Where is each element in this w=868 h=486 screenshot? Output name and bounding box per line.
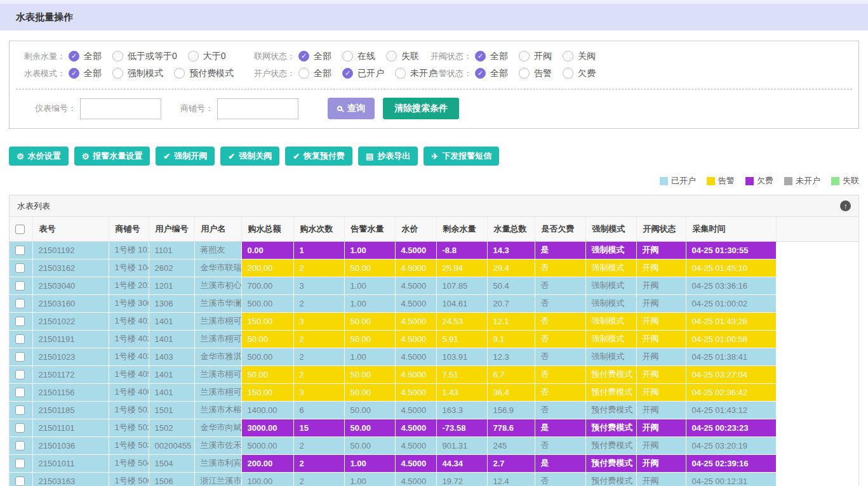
divider <box>16 89 852 89</box>
cell-shop-no: 1号楼 402 <box>109 330 149 348</box>
force-open-valve-button[interactable]: ✔强制开阀 <box>156 147 215 166</box>
row-checkbox[interactable] <box>15 281 25 291</box>
row-checkbox[interactable] <box>15 476 25 486</box>
cell-user-no: 1201 <box>149 277 194 294</box>
force-close-valve-button[interactable]: ✔强制关阀 <box>220 147 279 166</box>
radio-alarm-status-option-1[interactable]: 告警 <box>519 68 552 79</box>
cell-user-name: 金华市联瑞工贸 <box>194 259 241 277</box>
cell-collect-time: 04-25 01:00:58 <box>686 330 776 348</box>
meter-reading-export-button[interactable]: ▤抄表导出 <box>358 147 418 166</box>
cell-price: 4.5000 <box>395 348 436 365</box>
collapse-up-icon[interactable]: ↑ <box>840 200 851 211</box>
cell-price: 4.5000 <box>395 437 436 454</box>
cell-meter-no: 21503163 <box>32 472 109 486</box>
radio-remaining-volume-option-0[interactable]: ✓全部 <box>69 51 102 62</box>
cell-buy-count: 2 <box>293 348 344 365</box>
cell-mode: 强制模式 <box>585 294 636 312</box>
tool-button-label: 恢复预付费 <box>304 150 345 162</box>
cell-collect-time: 04-25 03:20:19 <box>686 437 776 454</box>
table-row: 215010221号楼 4011401兰溪市栩可锦150.00350.004.5… <box>10 312 858 330</box>
cell-valve: 开阀 <box>636 454 686 472</box>
radio-valve-status-option-2[interactable]: 关阀 <box>563 51 596 62</box>
cell-mode: 预付费模式 <box>585 472 636 486</box>
radio-network-status-option-1[interactable]: 在线 <box>342 51 375 62</box>
cell-user-name: 兰溪市初心饭店 <box>194 277 241 294</box>
row-checkbox[interactable] <box>15 388 25 397</box>
table-row: 215010361号楼 50300200455兰溪市佐禾饭店5000.00250… <box>10 437 858 454</box>
row-checkbox[interactable] <box>15 334 25 344</box>
cell-volume-total: 12.1 <box>487 312 535 330</box>
radio-meter-mode-option-0[interactable]: ✓全部 <box>69 68 102 79</box>
cell-buy-total: 3000.00 <box>241 419 293 437</box>
radio-remaining-volume-option-2[interactable]: 大于0 <box>188 51 226 62</box>
legend-swatch-not-opened <box>784 177 792 185</box>
column-header: 购水次数 <box>293 217 344 241</box>
row-checkbox[interactable] <box>15 246 25 255</box>
cell-mode: 强制模式 <box>585 277 636 294</box>
radio-valve-status-option-1[interactable]: 开阀 <box>519 51 552 62</box>
radio-checked-icon: ✓ <box>475 51 486 62</box>
radio-remaining-volume-option-1[interactable]: 低于或等于0 <box>112 51 177 62</box>
cell-meter-no: 21501036 <box>32 437 109 454</box>
row-checkbox[interactable] <box>15 405 25 415</box>
blank-cell <box>776 277 858 294</box>
clear-search-button[interactable]: 清除搜索条件 <box>383 98 459 119</box>
radio-meter-mode-option-2[interactable]: 预付费模式 <box>174 68 234 79</box>
page-header: 水表批量操作 <box>0 4 868 30</box>
cell-arrears: 否 <box>535 259 585 277</box>
cell-buy-total: 150.00 <box>241 312 293 330</box>
cell-meter-no: 21503162 <box>32 259 109 277</box>
cell-arrears: 否 <box>535 312 585 330</box>
blank-column-header <box>776 217 858 241</box>
row-checkbox[interactable] <box>15 459 25 468</box>
column-header: 用户名 <box>194 217 241 241</box>
radio-account-status-option-1[interactable]: ✓已开户 <box>342 68 384 79</box>
blank-cell <box>776 330 858 348</box>
query-button[interactable]: 查询 <box>328 98 375 119</box>
cell-mode: 预付费模式 <box>585 437 636 454</box>
select-all-checkbox[interactable] <box>15 225 25 234</box>
cell-remaining: 103.91 <box>436 348 487 365</box>
row-checkbox[interactable] <box>15 370 25 379</box>
search-icon <box>337 106 342 111</box>
alarm-volume-settings-button[interactable]: ⚙报警水量设置 <box>74 147 150 166</box>
restore-prepaid-button[interactable]: ✔恢复预付费 <box>285 147 352 166</box>
check-icon: ✔ <box>163 152 170 161</box>
cell-shop-no: 1号楼 104 <box>109 259 149 277</box>
cell-alarm-volume: 1.00 <box>344 241 395 259</box>
radio-unchecked-icon <box>519 68 530 79</box>
cell-price: 4.5000 <box>395 454 436 472</box>
radio-network-status-option-0[interactable]: ✓全部 <box>298 51 331 62</box>
radio-option-label: 失联 <box>401 51 419 62</box>
row-checkbox[interactable] <box>15 352 25 362</box>
filter-panel: 剩余水量：✓全部低于或等于0大于0联网状态：✓全部在线失联开阀状态：✓全部开阀关… <box>9 41 859 129</box>
legend-item-alarm: 告警 <box>707 175 735 187</box>
row-checkbox[interactable] <box>15 441 25 450</box>
cell-arrears: 否 <box>535 472 585 486</box>
radio-network-status-option-2[interactable]: 失联 <box>386 51 419 62</box>
radio-meter-mode-option-1[interactable]: 强制模式 <box>112 68 163 79</box>
radio-alarm-status-option-2[interactable]: 欠费 <box>563 68 596 79</box>
filter-group-valve-status: 开阀状态：✓全部开阀关阀 <box>422 51 606 62</box>
row-checkbox[interactable] <box>15 423 25 433</box>
send-alarm-sms-button[interactable]: ✈下发报警短信 <box>424 147 499 166</box>
row-checkbox[interactable] <box>15 299 25 308</box>
radio-alarm-status-option-0[interactable]: ✓全部 <box>475 68 508 79</box>
row-checkbox[interactable] <box>15 317 25 326</box>
water-price-settings-button[interactable]: ⚙水价设置 <box>9 147 69 166</box>
row-checkbox-cell <box>10 365 32 383</box>
cell-valve: 开阀 <box>636 383 686 401</box>
meter-no-input[interactable] <box>80 98 161 119</box>
cell-remaining: 1.43 <box>436 383 487 401</box>
cell-price: 4.5000 <box>395 365 436 383</box>
shop-no-input[interactable] <box>217 98 298 119</box>
cell-remaining: 5.91 <box>436 330 487 348</box>
table-row: 215031631号楼 5061506浙江兰溪市洁100.0021.004.50… <box>10 472 858 486</box>
radio-account-status-option-0[interactable]: 全部 <box>298 68 331 79</box>
radio-valve-status-option-0[interactable]: ✓全部 <box>475 51 508 62</box>
radio-checked-icon: ✓ <box>69 68 79 79</box>
radio-option-label: 在线 <box>357 51 375 62</box>
row-checkbox[interactable] <box>15 263 25 273</box>
cell-buy-count: 3 <box>293 312 344 330</box>
cell-shop-no: 1号楼 401 <box>109 312 149 330</box>
